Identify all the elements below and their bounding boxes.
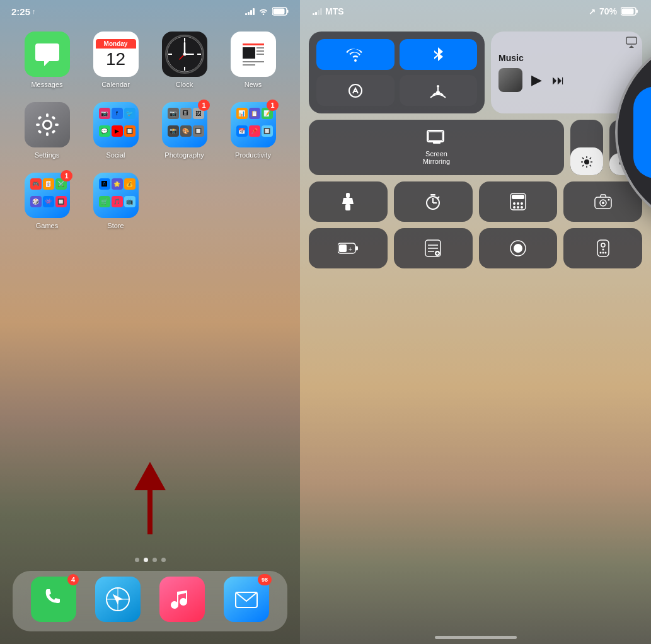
dock-phone[interactable]: 4 (31, 577, 76, 626)
productivity-badge: 1 (267, 100, 278, 111)
svg-rect-63 (512, 195, 524, 199)
location-icon-right: ↗ (589, 7, 596, 16)
app-row-2: Settings 📷 f 🐦 💬 ▶ 🔲 (13, 102, 287, 159)
flashlight-button[interactable] (309, 181, 388, 222)
brightness-icon (581, 156, 592, 170)
screen-mirror-icon (427, 130, 447, 147)
safari-icon (95, 577, 141, 622)
app-photography[interactable]: 📷 🎞 🖼 📸 🎨 🔲 1 Photography (156, 102, 213, 159)
app-settings[interactable]: Settings (19, 102, 76, 159)
calculator-button[interactable] (479, 181, 558, 222)
dot-3 (153, 558, 157, 562)
battery-icon-right (621, 7, 638, 16)
settings-label: Settings (35, 151, 60, 159)
svg-point-15 (44, 122, 50, 128)
dock-safari[interactable] (95, 577, 141, 626)
messages-label: Messages (31, 81, 62, 88)
status-bar-left: 2:25 ↑ (0, 0, 300, 23)
bluetooth-toggle[interactable] (400, 39, 478, 70)
dot-2 (144, 558, 148, 562)
app-row-1: Messages Monday 12 Calendar (13, 32, 287, 88)
fast-forward-button[interactable]: ⏭ (552, 73, 565, 88)
hotspot-toggle[interactable] (400, 75, 478, 106)
brightness-slider[interactable] (570, 120, 603, 175)
status-right-group: ↗ 70% (589, 6, 638, 16)
app-store[interactable]: 🅰 🌟 💰 🛒 🎵 📺 Store (88, 173, 144, 229)
svg-rect-87 (597, 240, 609, 256)
svg-rect-21 (51, 115, 55, 120)
svg-rect-60 (430, 194, 435, 196)
tools-row-2: + (309, 228, 642, 268)
svg-rect-24 (147, 484, 153, 534)
svg-rect-22 (37, 129, 42, 134)
tools-row-1 (309, 181, 642, 222)
record-button[interactable] (479, 228, 558, 268)
remote-button[interactable] (563, 228, 642, 268)
svg-line-61 (437, 197, 439, 198)
app-calendar[interactable]: Monday 12 Calendar (88, 32, 144, 88)
phone-badge: 4 (67, 574, 79, 585)
app-social[interactable]: 📷 f 🐦 💬 ▶ 🔲 Social (88, 102, 144, 159)
calendar-icon: Monday 12 (93, 32, 139, 77)
status-bar-right: MTS ↗ 70% (300, 0, 651, 23)
store-label: Store (107, 222, 124, 229)
dot-1 (135, 558, 139, 562)
app-clock[interactable]: Clock (156, 32, 213, 88)
signal-icon-right (313, 8, 322, 15)
svg-marker-25 (134, 462, 166, 490)
news-label: News (245, 81, 262, 88)
music-title: Music (498, 53, 635, 63)
svg-rect-19 (55, 124, 59, 126)
svg-point-37 (437, 85, 439, 88)
svg-rect-32 (622, 9, 634, 14)
calendar-label: Calendar (101, 81, 130, 88)
svg-rect-1 (274, 9, 285, 14)
music-thumb (498, 68, 522, 92)
svg-rect-54 (346, 193, 350, 198)
svg-text:+: + (349, 246, 352, 253)
magnify-circle (615, 35, 651, 230)
home-indicator (435, 636, 517, 639)
dock-music[interactable] (159, 577, 205, 626)
clock-label: Clock (176, 81, 193, 88)
svg-point-86 (514, 244, 522, 253)
connectivity-block (309, 32, 485, 113)
social-label: Social (107, 151, 125, 159)
wifi-status-icon (258, 6, 269, 17)
airdrop-toggle[interactable] (316, 75, 395, 106)
svg-rect-33 (636, 10, 638, 13)
photography-label: Photography (164, 151, 204, 159)
app-news[interactable]: News (225, 32, 282, 88)
svg-point-69 (521, 206, 523, 209)
svg-rect-56 (345, 204, 350, 210)
app-row-3: 🎮 🃏 ⚔️ 🎲 👾 🔲 1 Games (13, 173, 287, 229)
svg-rect-17 (46, 132, 49, 136)
games-label: Games (36, 222, 58, 229)
svg-point-89 (602, 249, 604, 251)
clock-icon (162, 32, 207, 77)
app-productivity[interactable]: 📊 📋 📝 📅 📌 🔲 1 Productivity (225, 102, 282, 159)
photography-badge: 1 (198, 100, 209, 111)
magnify-inner (618, 37, 651, 227)
app-games[interactable]: 🎮 🃏 ⚔️ 🎲 👾 🔲 1 Games (19, 173, 76, 229)
low-power-button[interactable]: + (309, 228, 388, 268)
svg-point-12 (183, 53, 186, 56)
app-messages[interactable]: Messages (19, 32, 76, 88)
status-time: 2:25 ↑ (11, 6, 36, 17)
svg-point-64 (513, 202, 516, 205)
control-center-screen: MTS ↗ 70% (300, 0, 651, 644)
dock: 4 (13, 571, 287, 631)
svg-point-68 (517, 206, 519, 209)
timer-button[interactable] (394, 181, 473, 222)
svg-rect-42 (429, 132, 442, 141)
svg-point-92 (602, 252, 604, 254)
play-button[interactable]: ▶ (531, 72, 542, 88)
dock-mail[interactable]: 98 (224, 577, 269, 626)
notes-button[interactable] (394, 228, 473, 268)
magnified-wifi (633, 87, 651, 178)
wifi-toggle[interactable] (316, 39, 395, 70)
svg-point-65 (517, 202, 519, 205)
screen-mirror-button[interactable]: ScreenMirroring (309, 120, 564, 175)
svg-point-73 (608, 199, 609, 201)
control-center: Music ▶ ⏭ ScreenMirroring (309, 32, 642, 625)
